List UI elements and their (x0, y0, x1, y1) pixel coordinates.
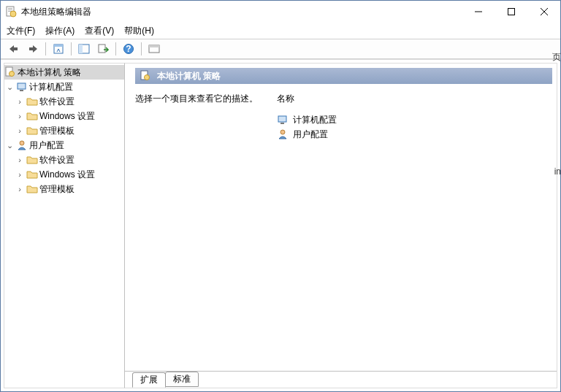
svg-rect-6 (508, 9, 514, 15)
toolbar: ? (1, 39, 560, 59)
tab-extended[interactable]: 扩展 (132, 372, 166, 388)
policy-icon (140, 70, 151, 82)
svg-rect-9 (13, 47, 18, 50)
list-item-label: 计算机配置 (293, 114, 337, 126)
svg-rect-28 (280, 123, 284, 124)
svg-rect-27 (278, 116, 286, 122)
svg-rect-15 (99, 45, 105, 53)
tree-comp-software[interactable]: › 软件设置 (4, 94, 124, 109)
back-button[interactable] (5, 41, 23, 57)
tree-label: 软件设置 (39, 154, 75, 166)
tree-label: 管理模板 (39, 183, 75, 196)
cropped-text: in (554, 166, 561, 177)
expand-icon[interactable]: › (15, 97, 25, 106)
expand-icon[interactable]: › (15, 155, 25, 164)
tree-user-config[interactable]: ⌄ 用户配置 (4, 138, 124, 153)
expand-icon[interactable]: › (15, 185, 25, 193)
export-list-button[interactable] (94, 41, 112, 57)
tree-label: 软件设置 (39, 96, 75, 108)
svg-rect-12 (54, 45, 63, 47)
svg-text:?: ? (126, 44, 131, 54)
svg-point-4 (10, 11, 16, 17)
list-item-label: 用户配置 (293, 128, 328, 141)
details-header: 本地计算机 策略 (135, 68, 552, 84)
menu-help[interactable]: 帮助(H) (124, 25, 154, 37)
svg-point-29 (280, 130, 285, 134)
svg-rect-10 (29, 47, 34, 50)
svg-point-26 (145, 75, 150, 80)
computer-icon (16, 81, 28, 93)
column-header-name[interactable]: 名称 (277, 93, 549, 105)
close-button[interactable] (527, 1, 560, 23)
list-column: 名称 计算机配置 用户配置 (277, 93, 549, 367)
toolbar-separator (115, 42, 116, 55)
toolbar-separator (45, 42, 46, 55)
user-icon (16, 139, 28, 151)
maximize-button[interactable] (495, 1, 527, 23)
tree-label: Windows 设置 (39, 169, 95, 181)
forward-button[interactable] (24, 41, 42, 57)
app-icon (5, 6, 17, 18)
folder-icon (26, 96, 38, 107)
help-button[interactable]: ? (120, 41, 137, 57)
expand-icon[interactable]: › (15, 126, 25, 135)
titlebar: 本地组策略编辑器 (1, 1, 560, 23)
tree-comp-templates[interactable]: › 管理模板 (4, 123, 124, 138)
user-icon (277, 128, 289, 140)
show-hide-tree-button[interactable] (75, 41, 93, 57)
svg-point-21 (9, 72, 15, 77)
folder-icon (26, 110, 38, 122)
svg-rect-22 (18, 83, 26, 89)
tree-user-software[interactable]: › 软件设置 (4, 153, 124, 167)
tree-user-windows[interactable]: › Windows 设置 (4, 167, 124, 182)
body: 本地计算机 策略 ⌄ 计算机配置 › 软件设置 › Windows 设置 › 管… (1, 59, 560, 391)
toolbar-separator (141, 42, 142, 55)
tree-label: 本地计算机 策略 (18, 66, 81, 79)
svg-rect-1 (8, 8, 12, 9)
collapse-icon[interactable]: ⌄ (4, 141, 15, 150)
menu-view[interactable]: 查看(V) (85, 25, 114, 37)
expand-icon[interactable]: › (15, 112, 25, 120)
svg-rect-19 (149, 45, 159, 47)
filter-button[interactable] (145, 41, 163, 57)
svg-rect-23 (20, 90, 23, 91)
minimize-button[interactable] (462, 1, 495, 23)
tree-root[interactable]: 本地计算机 策略 (4, 65, 124, 80)
collapse-icon[interactable]: ⌄ (4, 82, 15, 92)
policy-icon (4, 66, 16, 78)
tree-label: 管理模板 (39, 125, 75, 137)
tab-standard[interactable]: 标准 (165, 372, 199, 387)
menubar: 文件(F) 操作(A) 查看(V) 帮助(H) (1, 23, 560, 39)
tabs: 扩展 标准 (125, 371, 557, 387)
computer-icon (277, 114, 289, 126)
toolbar-separator (71, 42, 72, 55)
details-content: 选择一个项目来查看它的描述。 名称 计算机配置 用户配置 (125, 84, 557, 372)
details-heading-text: 本地计算机 策略 (157, 70, 221, 82)
tree-user-templates[interactable]: › 管理模板 (4, 182, 124, 196)
menu-action[interactable]: 操作(A) (45, 25, 75, 37)
cropped-text: 页 (552, 51, 561, 64)
list-item[interactable]: 用户配置 (277, 127, 549, 142)
tree-label: 用户配置 (29, 139, 64, 152)
list-item[interactable]: 计算机配置 (277, 112, 549, 127)
window-title: 本地组策略编辑器 (21, 6, 91, 18)
details-panel: 本地计算机 策略 选择一个项目来查看它的描述。 名称 计算机配置 用户配置 (125, 63, 557, 388)
tree-label: Windows 设置 (39, 110, 95, 123)
folder-icon (26, 154, 38, 166)
tree-label: 计算机配置 (29, 81, 73, 93)
svg-rect-2 (8, 9, 12, 10)
folder-icon (26, 169, 38, 180)
description-text: 选择一个项目来查看它的描述。 (135, 93, 259, 367)
tree-computer-config[interactable]: ⌄ 计算机配置 (4, 80, 124, 94)
window: 本地组策略编辑器 文件(F) 操作(A) 查看(V) 帮助(H) ? 本地计算机… (0, 0, 561, 392)
tree-panel[interactable]: 本地计算机 策略 ⌄ 计算机配置 › 软件设置 › Windows 设置 › 管… (4, 63, 125, 388)
tree-comp-windows[interactable]: › Windows 设置 (4, 109, 124, 123)
menu-file[interactable]: 文件(F) (7, 25, 35, 37)
expand-icon[interactable]: › (15, 170, 25, 179)
folder-icon (26, 183, 38, 195)
up-button[interactable] (50, 41, 67, 57)
svg-rect-14 (79, 45, 83, 53)
svg-point-24 (20, 141, 24, 145)
folder-icon (26, 125, 38, 137)
